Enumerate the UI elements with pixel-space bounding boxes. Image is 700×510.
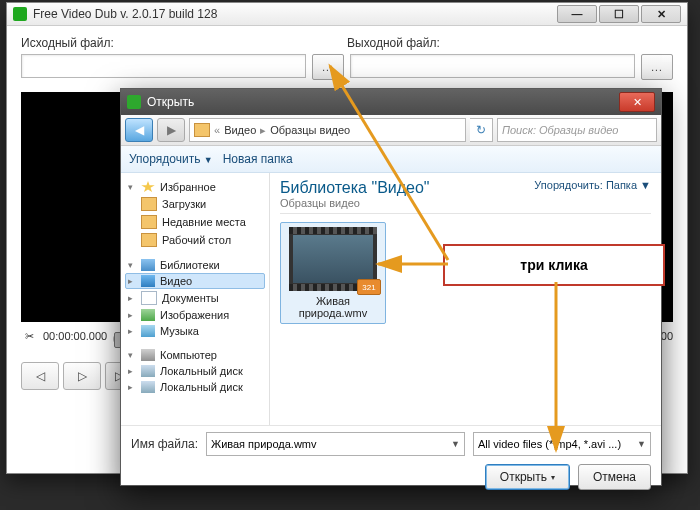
tree-recent[interactable]: Недавние места	[125, 213, 265, 231]
tree-documents[interactable]: ▸Документы	[125, 289, 265, 307]
refresh-button[interactable]: ↻	[470, 118, 493, 142]
tree-localdisk-1[interactable]: ▸Локальный диск	[125, 363, 265, 379]
cancel-button[interactable]: Отмена	[578, 464, 651, 490]
file-thumbnail: 321	[289, 227, 377, 291]
tree-music[interactable]: ▸Музыка	[125, 323, 265, 339]
output-file-label: Выходной файл:	[347, 36, 673, 50]
prev-button[interactable]: ◁	[21, 362, 59, 390]
sort-menu[interactable]: Упорядочить: Папка ▼	[534, 179, 651, 191]
dialog-icon	[127, 95, 141, 109]
main-titlebar: Free Video Dub v. 2.0.17 build 128 — ☐ ✕	[7, 3, 687, 26]
dialog-close-button[interactable]: ✕	[619, 92, 655, 112]
source-file-input[interactable]	[21, 54, 306, 78]
close-button[interactable]: ✕	[641, 5, 681, 23]
breadcrumb-folder[interactable]: Образцы видео	[270, 124, 350, 136]
open-button[interactable]: Открыть▾	[485, 464, 570, 490]
nav-forward-button[interactable]: ▶	[157, 118, 185, 142]
minimize-button[interactable]: —	[557, 5, 597, 23]
maximize-button[interactable]: ☐	[599, 5, 639, 23]
library-title: Библиотека "Видео"	[280, 179, 430, 197]
search-input[interactable]: Поиск: Образцы видео	[497, 118, 657, 142]
nav-tree: ▾Избранное Загрузки Недавние места Рабоч…	[121, 173, 270, 425]
dialog-titlebar: Открыть ✕	[121, 89, 661, 115]
tree-favorites[interactable]: ▾Избранное	[125, 179, 265, 195]
tree-video[interactable]: ▸Видео	[125, 273, 265, 289]
output-file-input[interactable]	[350, 54, 635, 78]
annotation-callout: три клика	[443, 244, 665, 286]
organize-menu[interactable]: Упорядочить ▼	[129, 152, 213, 166]
file-name: Живая природа.wmv	[285, 295, 381, 319]
scissors-icon: ✂	[21, 328, 37, 344]
time-start: 00:00:00.000	[43, 330, 107, 342]
output-browse-button[interactable]: ...	[641, 54, 673, 80]
filter-combo[interactable]: All video files (*.mp4, *.avi ...)▼	[473, 432, 651, 456]
tree-libraries[interactable]: ▾Библиотеки	[125, 257, 265, 273]
tree-localdisk-2[interactable]: ▸Локальный диск	[125, 379, 265, 395]
source-browse-button[interactable]: ...	[312, 54, 344, 80]
app-icon	[13, 7, 27, 21]
tree-downloads[interactable]: Загрузки	[125, 195, 265, 213]
open-dialog: Открыть ✕ ◀ ▶ « Видео ▸ Образцы видео ↻ …	[120, 88, 662, 486]
filename-combo[interactable]: Живая природа.wmv▼	[206, 432, 465, 456]
tree-computer[interactable]: ▾Компьютер	[125, 347, 265, 363]
breadcrumb-root[interactable]: Видео	[224, 124, 256, 136]
breadcrumb[interactable]: « Видео ▸ Образцы видео	[189, 118, 466, 142]
nav-back-button[interactable]: ◀	[125, 118, 153, 142]
tree-desktop[interactable]: Рабочий стол	[125, 231, 265, 249]
filename-label: Имя файла:	[131, 437, 198, 451]
app-title: Free Video Dub v. 2.0.17 build 128	[33, 7, 557, 21]
file-list: Библиотека "Видео" Образцы видео Упорядо…	[270, 173, 661, 425]
library-icon	[194, 123, 210, 137]
play-button[interactable]: ▷	[63, 362, 101, 390]
file-item-selected[interactable]: 321 Живая природа.wmv	[280, 222, 386, 324]
new-folder-button[interactable]: Новая папка	[223, 152, 293, 166]
source-file-label: Исходный файл:	[21, 36, 347, 50]
codec-badge: 321	[357, 279, 381, 295]
library-subtitle: Образцы видео	[280, 197, 430, 209]
dialog-title: Открыть	[147, 95, 619, 109]
tree-images[interactable]: ▸Изображения	[125, 307, 265, 323]
